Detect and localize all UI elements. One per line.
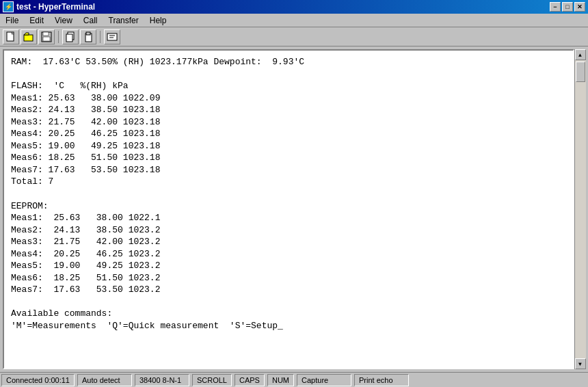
save-button[interactable] [38,29,55,44]
minimize-button[interactable]: − [550,2,561,12]
close-button[interactable]: ✕ [574,2,585,12]
scroll-down-button[interactable]: ▼ [575,358,586,369]
scroll-up-button[interactable]: ▲ [575,49,586,60]
terminal-window[interactable]: RAM: 17.63'C 53.50% (RH) 1023.177kPa Dew… [3,49,574,369]
copy-button[interactable] [62,29,79,44]
toolbar [0,27,588,46]
toolbar-separator-2 [100,31,101,43]
scrollbar[interactable]: ▲ ▼ [574,49,585,369]
status-scroll: SCROLL [192,374,232,386]
title-bar: ⚡ test - HyperTerminal − □ ✕ [0,0,588,14]
open-button[interactable] [21,29,37,44]
properties-button[interactable] [104,29,120,44]
menu-transfer[interactable]: Transfer [103,14,144,27]
status-capture: Capture [297,374,351,386]
svg-marker-3 [24,33,29,35]
status-bar: Connected 0:00:11 Auto detect 38400 8-N-… [0,372,588,387]
status-baud: 38400 8-N-1 [135,374,189,386]
svg-rect-5 [43,32,49,36]
app-icon: ⚡ [3,1,14,12]
scroll-thumb[interactable] [576,62,585,82]
menu-view[interactable]: View [49,14,78,27]
menu-call[interactable]: Call [78,14,103,27]
svg-rect-6 [43,37,50,41]
new-button[interactable] [3,29,19,44]
menu-help[interactable]: Help [144,14,172,27]
status-connection: Connected 0:00:11 [1,374,75,386]
terminal-content: RAM: 17.63'C 53.50% (RH) 1023.177kPa Dew… [4,51,573,368]
svg-rect-10 [86,32,90,35]
status-encoding: Auto detect [77,374,132,386]
scroll-track[interactable] [575,60,586,358]
title-bar-left: ⚡ test - HyperTerminal [3,1,95,12]
menu-edit[interactable]: Edit [24,14,49,27]
svg-rect-2 [24,35,33,41]
menu-bar: File Edit View Call Transfer Help [0,14,588,27]
status-num: NUM [267,374,294,386]
main-area: RAM: 17.63'C 53.50% (RH) 1023.177kPa Dew… [0,46,588,372]
paste-button[interactable] [80,29,96,44]
title-bar-buttons[interactable]: − □ ✕ [550,2,585,12]
window-title: test - HyperTerminal [16,2,95,12]
menu-file[interactable]: File [0,14,24,27]
status-printecho: Print echo [354,374,409,386]
status-caps: CAPS [235,374,265,386]
svg-rect-8 [66,34,72,42]
toolbar-separator-1 [58,31,59,43]
svg-rect-11 [107,34,117,40]
maximize-button[interactable]: □ [562,2,573,12]
